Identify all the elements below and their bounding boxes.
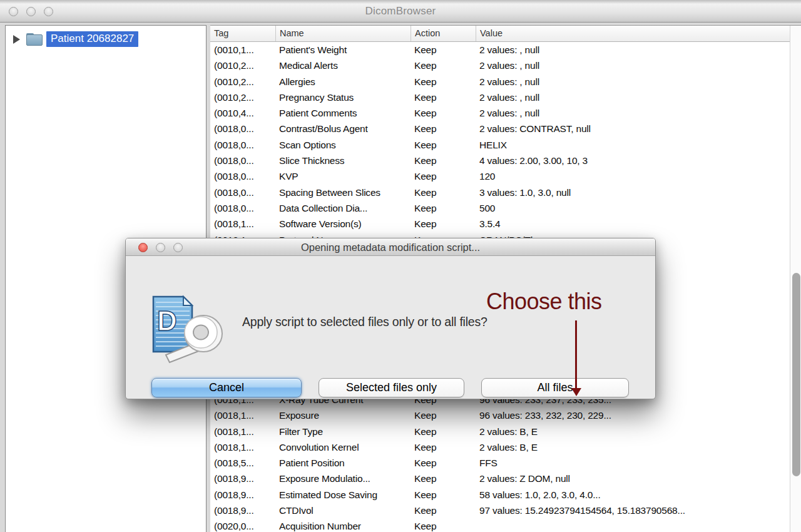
window-title: DicomBrowser bbox=[0, 5, 801, 18]
svg-text:D: D bbox=[157, 305, 177, 336]
table-row[interactable]: (0018,0... Spacing Between Slices Keep 3… bbox=[210, 185, 801, 200]
disclosure-triangle-icon[interactable] bbox=[13, 35, 20, 44]
table-row[interactable]: (0018,0... Scan Options Keep HELIX bbox=[210, 137, 801, 153]
tree-item-patient[interactable]: Patient 20682827 bbox=[6, 31, 206, 47]
folder-icon bbox=[26, 33, 43, 46]
dialog-titlebar[interactable]: Opening metadata modification script... bbox=[126, 238, 655, 256]
table-header: Tag Name Action Value bbox=[210, 26, 801, 42]
table-row[interactable]: (0018,9... Estimated Dose Saving Keep 58… bbox=[210, 487, 801, 503]
table-row[interactable]: (0010,2... Medical Alerts Keep 2 values:… bbox=[210, 58, 801, 73]
table-row[interactable]: (0018,1... Filter Type Keep 2 values: B,… bbox=[210, 424, 801, 439]
table-rows-top: (0010,1... Patient's Weight Keep 2 value… bbox=[210, 42, 801, 248]
table-rows-bottom: (0018,1... X-Ray Tube Current Keep 96 va… bbox=[210, 392, 801, 532]
column-header-action[interactable]: Action bbox=[411, 26, 476, 41]
main-titlebar[interactable]: DicomBrowser bbox=[0, 0, 801, 23]
vertical-scrollbar[interactable] bbox=[790, 26, 801, 532]
table-row[interactable]: (0020,0... Acquisition Number Keep bbox=[210, 518, 801, 532]
all-files-button[interactable]: All files bbox=[481, 378, 629, 397]
table-row[interactable]: (0018,9... CTDIvol Keep 97 values: 15.24… bbox=[210, 503, 801, 518]
dialog-message: Apply script to selected files only or t… bbox=[242, 315, 487, 329]
cancel-button[interactable]: Cancel bbox=[151, 378, 302, 397]
table-row[interactable]: (0018,1... Convolution Kernel Keep 2 val… bbox=[210, 439, 801, 455]
table-row[interactable]: (0018,1... Software Version(s) Keep 3.5.… bbox=[210, 216, 801, 232]
table-row[interactable]: (0018,5... Patient Position Keep FFS bbox=[210, 455, 801, 471]
table-row[interactable]: (0018,0... Contrast/Bolus Agent Keep 2 v… bbox=[210, 121, 801, 136]
column-header-tag[interactable]: Tag bbox=[210, 26, 275, 41]
table-row[interactable]: (0018,9... Exposure Modulatio... Keep 2 … bbox=[210, 471, 801, 486]
patient-tree-label[interactable]: Patient 20682827 bbox=[46, 31, 138, 47]
table-row[interactable]: (0018,1... Exposure Keep 96 values: 233,… bbox=[210, 407, 801, 423]
dicom-document-scanner-icon: D bbox=[148, 295, 225, 365]
dialog-body: D Apply script to selected files only or… bbox=[126, 256, 655, 399]
selected-files-only-button[interactable]: Selected files only bbox=[319, 378, 464, 397]
table-row[interactable]: (0018,0... KVP Keep 120 bbox=[210, 168, 801, 184]
table-row[interactable]: (0010,2... Pregnancy Status Keep 2 value… bbox=[210, 90, 801, 105]
table-row[interactable]: (0010,2... Allergies Keep 2 values: , nu… bbox=[210, 74, 801, 90]
scrollbar-thumb[interactable] bbox=[792, 273, 800, 476]
table-row[interactable]: (0018,0... Data Collection Dia... Keep 5… bbox=[210, 200, 801, 216]
table-row[interactable]: (0018,0... Slice Thickness Keep 4 values… bbox=[210, 153, 801, 168]
choose-this-annotation: Choose this bbox=[486, 289, 661, 315]
column-header-name[interactable]: Name bbox=[275, 26, 411, 41]
screen: { "window": { "title": "DicomBrowser" },… bbox=[0, 0, 801, 532]
table-row[interactable]: (0010,1... Patient's Weight Keep 2 value… bbox=[210, 42, 801, 58]
column-header-value[interactable]: Value bbox=[476, 26, 801, 41]
dialog-title: Opening metadata modification script... bbox=[126, 242, 655, 253]
table-row[interactable]: (0010,4... Patient Comments Keep 2 value… bbox=[210, 105, 801, 121]
apply-script-dialog: Opening metadata modification script... … bbox=[125, 238, 656, 399]
annotation-arrow-icon bbox=[571, 320, 581, 398]
